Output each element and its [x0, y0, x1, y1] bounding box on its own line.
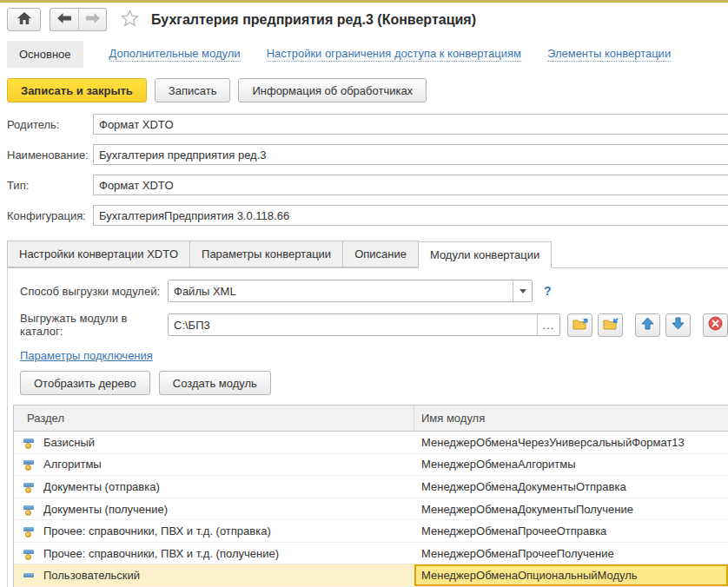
- delete-icon: [708, 316, 723, 333]
- module-actions-iconbar: [567, 313, 728, 337]
- module-ball-icon: [23, 436, 36, 449]
- main-toolbar: Бухгалтерия предприятия ред.3 (Конвертац…: [0, 3, 728, 36]
- panel-buttons-row: Отобразить дерево Создать модуль: [20, 371, 728, 395]
- parent-field-label: Родитель:: [7, 118, 93, 131]
- type-field[interactable]: [93, 175, 728, 195]
- help-link[interactable]: ?: [544, 284, 552, 298]
- section-link-additional-modules[interactable]: Дополнительные модули: [109, 47, 241, 62]
- handlers-info-button[interactable]: Информация об обработчиках: [238, 78, 427, 102]
- chevron-down-icon: [520, 289, 526, 294]
- command-bar: Записать и закрыть Записать Информация о…: [0, 78, 728, 112]
- module-name-cell[interactable]: МенеджерОбменаДокументыПолучение: [414, 498, 728, 520]
- catalog-label: Выгружать модули в каталог:: [20, 312, 168, 338]
- configuration-field-label: Конфигурация:: [7, 209, 93, 222]
- table-row[interactable]: Документы (получение) МенеджерОбменаДоку…: [14, 498, 728, 521]
- module-name-cell[interactable]: МенеджерОбменаДокументыОтправка: [414, 476, 728, 498]
- module-ball-icon: [23, 524, 36, 538]
- module-ball-icon: [23, 480, 36, 493]
- section-cell: Прочее: справочники, ПВХ и т.д. (отправк…: [43, 524, 271, 538]
- name-field-label: Наименование:: [7, 148, 93, 162]
- table-row[interactable]: Документы (отправка) МенеджерОбменаДокум…: [14, 476, 728, 498]
- export-method-combobox[interactable]: [168, 280, 533, 302]
- section-tab-main[interactable]: Основное: [7, 41, 83, 68]
- section-cell: Документы (отправка): [43, 480, 160, 493]
- table-row-selected[interactable]: Пользовательский МенеджерОбменаОпциональ…: [14, 564, 728, 587]
- connection-parameters-link[interactable]: Параметры подключения: [20, 349, 153, 362]
- table-row[interactable]: Прочее: справочники, ПВХ и т.д. (получен…: [14, 543, 728, 565]
- field-row-parent: Родитель:: [7, 114, 728, 135]
- forward-icon: [86, 13, 100, 26]
- module-name-cell[interactable]: МенеджерОбменаЧерезУниверсальныйФормат13: [414, 432, 728, 453]
- column-header-section[interactable]: Раздел: [14, 406, 414, 431]
- show-tree-button[interactable]: Отобразить дерево: [20, 371, 150, 395]
- type-field-label: Тип:: [7, 179, 93, 192]
- favorite-button[interactable]: [121, 10, 139, 30]
- module-name-cell[interactable]: МенеджерОбменаПрочееОтправка: [414, 520, 728, 542]
- tab-conversion-modules[interactable]: Модули конвертации: [418, 241, 552, 268]
- browse-folder-button[interactable]: ...: [537, 314, 559, 335]
- section-link-access-restrictions[interactable]: Настройки ограничения доступа к конверта…: [267, 47, 521, 62]
- table-row[interactable]: Прочее: справочники, ПВХ и т.д. (отправк…: [14, 520, 728, 543]
- app-window: Бухгалтерия предприятия ред.3 (Конвертац…: [0, 0, 728, 587]
- modules-table: Раздел Имя модуля Базисный МенеджерОбмен…: [13, 405, 728, 587]
- module-ball-icon: [23, 503, 36, 516]
- module-ball-icon: [23, 547, 36, 560]
- section-nav: Основное Дополнительные модули Настройки…: [0, 36, 728, 78]
- conversion-modules-panel: Способ выгрузки модулей: ? Выгружать мод…: [7, 267, 728, 587]
- save-and-close-button[interactable]: Записать и закрыть: [7, 78, 147, 102]
- catalog-row: Выгружать модули в каталог: ...: [20, 312, 728, 338]
- save-button[interactable]: Записать: [155, 78, 231, 102]
- export-method-dropdown-button[interactable]: [513, 280, 532, 301]
- back-button[interactable]: [50, 8, 78, 31]
- field-row-type: Тип:: [7, 175, 728, 195]
- home-icon: [17, 12, 31, 27]
- delete-button[interactable]: [703, 313, 728, 337]
- iconbar-divider: [696, 313, 698, 337]
- home-button[interactable]: [7, 8, 41, 31]
- export-method-value[interactable]: [169, 280, 513, 301]
- tab-description[interactable]: Описание: [342, 241, 419, 267]
- catalog-path-field[interactable]: ...: [168, 313, 560, 336]
- favorite-star-icon: [121, 10, 139, 30]
- conversion-tabstrip: Настройки конвертации XDTO Параметры кон…: [7, 241, 728, 267]
- forward-button[interactable]: [78, 8, 107, 31]
- iconbar-divider: [628, 313, 630, 337]
- column-header-module-name[interactable]: Имя модуля: [414, 406, 728, 431]
- export-method-row: Способ выгрузки модулей: ?: [20, 280, 728, 302]
- section-link-conversion-elements[interactable]: Элементы конвертации: [547, 47, 671, 62]
- configuration-field[interactable]: [93, 205, 728, 226]
- import-modules-button[interactable]: [598, 313, 623, 337]
- module-ball-icon: [23, 458, 36, 471]
- tab-xdto-settings[interactable]: Настройки конвертации XDTO: [7, 241, 190, 267]
- page-title: Бухгалтерия предприятия ред.3 (Конвертац…: [151, 12, 476, 28]
- move-up-button[interactable]: [635, 313, 660, 337]
- table-row[interactable]: Алгоритмы МенеджерОбменаАлгоритмы: [14, 454, 728, 477]
- section-cell: Прочее: справочники, ПВХ и т.д. (получен…: [43, 547, 279, 560]
- modules-table-header: Раздел Имя модуля: [14, 406, 728, 432]
- catalog-path-value[interactable]: [169, 314, 537, 335]
- arrow-down-icon: [672, 317, 685, 333]
- section-cell: Документы (получение): [43, 503, 168, 516]
- table-row[interactable]: Базисный МенеджерОбменаЧерезУниверсальны…: [14, 432, 728, 454]
- name-field[interactable]: [93, 144, 728, 165]
- parent-field[interactable]: [93, 114, 728, 135]
- create-module-button[interactable]: Создать модуль: [159, 371, 271, 395]
- history-nav-group: [50, 8, 107, 31]
- arrow-up-icon: [641, 317, 654, 333]
- folder-download-icon: [603, 317, 619, 333]
- module-name-cell[interactable]: МенеджерОбменаПрочееПолучение: [414, 543, 728, 564]
- back-icon: [57, 13, 71, 26]
- tab-conversion-parameters[interactable]: Параметры конвертации: [189, 241, 343, 267]
- attributes-form: Родитель: Наименование: Тип: Конфигураци…: [0, 112, 728, 239]
- section-cell: Пользовательский: [43, 569, 140, 582]
- export-method-label: Способ выгрузки модулей:: [20, 285, 168, 298]
- section-cell: Базисный: [43, 436, 95, 449]
- module-name-cell[interactable]: МенеджерОбменаАлгоритмы: [414, 454, 728, 476]
- export-modules-button[interactable]: [567, 313, 592, 337]
- field-row-name: Наименование:: [7, 144, 728, 165]
- module-name-cell-active[interactable]: МенеджерОбменаОпциональныйМодуль: [414, 564, 728, 586]
- folder-upload-icon: [572, 317, 588, 333]
- module-bar-icon: [23, 569, 36, 582]
- section-cell: Алгоритмы: [43, 458, 102, 471]
- move-down-button[interactable]: [665, 313, 691, 337]
